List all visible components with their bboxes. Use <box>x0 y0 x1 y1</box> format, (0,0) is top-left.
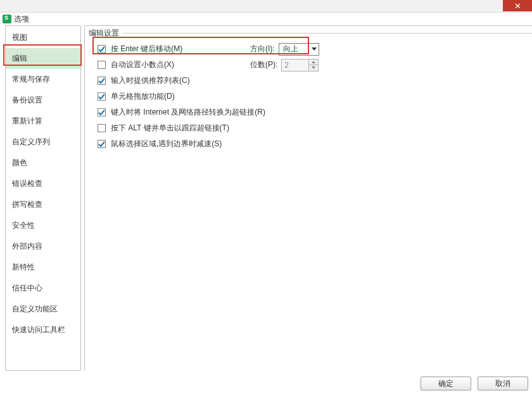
check-icon <box>98 46 105 53</box>
sidebar-item-trust-center[interactable]: 信任中心 <box>6 278 80 299</box>
label-enter-move: 按 Enter 键后移动(M) <box>111 44 212 54</box>
row-enter-move: 按 Enter 键后移动(M) 方向(I): 向上 <box>98 41 526 57</box>
check-icon <box>98 93 105 100</box>
sidebar-item-view[interactable]: 视图 <box>6 27 80 48</box>
check-icon <box>98 109 105 116</box>
sidebar-item-color[interactable]: 颜色 <box>6 153 80 173</box>
section-divider <box>123 33 532 34</box>
spinner-up-button[interactable] <box>309 59 318 66</box>
sidebar-item-external[interactable]: 外部内容 <box>6 236 80 257</box>
row-drag-drop: 单元格拖放功能(D) <box>98 89 526 104</box>
dropdown-direction[interactable]: 向上 <box>279 43 319 56</box>
checkbox-recommend-list[interactable] <box>98 77 106 85</box>
row-alt-hyperlink: 按下 ALT 键并单击以跟踪超链接(T) <box>98 120 526 136</box>
title-bar: 选项 <box>0 13 532 25</box>
sidebar-item-error-check[interactable]: 错误检查 <box>6 173 80 194</box>
window-title: 选项 <box>14 14 29 25</box>
label-mouse-sel-slow: 鼠标选择区域,遇到边界时减速(S) <box>111 139 222 149</box>
label-internet-link: 键入时将 Internet 及网络路径转换为超链接(R) <box>111 107 265 118</box>
chevron-up-icon <box>312 61 315 63</box>
row-mouse-sel-slow: 鼠标选择区域,遇到边界时减速(S) <box>98 136 526 152</box>
check-icon <box>98 140 105 147</box>
category-sidebar: 视图 编辑 常规与保存 备份设置 重新计算 自定义序列 颜色 错误检查 拼写检查… <box>5 25 81 371</box>
label-alt-hyperlink: 按下 ALT 键并单击以跟踪超链接(T) <box>111 123 229 134</box>
chevron-down-icon <box>312 47 317 51</box>
sidebar-item-custom-ribbon[interactable]: 自定义功能区 <box>6 299 80 320</box>
app-icon <box>3 15 11 23</box>
sidebar-item-custom-seq[interactable]: 自定义序列 <box>6 132 80 153</box>
label-recommend-list: 输入时提供推荐列表(C) <box>111 75 190 86</box>
label-auto-decimal: 自动设置小数点(X) <box>111 59 212 70</box>
section-title: 编辑设置 <box>89 28 119 39</box>
spinner-down-button[interactable] <box>309 65 318 71</box>
check-icon <box>98 77 105 84</box>
checkbox-enter-move[interactable] <box>98 45 106 53</box>
sidebar-item-edit[interactable]: 编辑 <box>6 48 80 69</box>
cancel-button[interactable]: 取消 <box>478 377 528 390</box>
checkbox-internet-link[interactable] <box>98 108 106 116</box>
sidebar-item-recalc[interactable]: 重新计算 <box>6 111 80 132</box>
checkbox-alt-hyperlink[interactable] <box>98 124 106 132</box>
dropdown-direction-value: 向上 <box>283 44 298 54</box>
close-button[interactable]: ✕ <box>503 0 532 11</box>
form-area: 按 Enter 键后移动(M) 方向(I): 向上 自动设置小数点(X) 位数(… <box>98 41 526 152</box>
sidebar-item-new-features[interactable]: 新特性 <box>6 257 80 278</box>
row-recommend-list: 输入时提供推荐列表(C) <box>98 73 526 89</box>
checkbox-mouse-sel-slow[interactable] <box>98 140 106 148</box>
sidebar-item-spell-check[interactable]: 拼写检查 <box>6 194 80 215</box>
spinner-places[interactable]: 2 <box>281 59 319 72</box>
section-header: 编辑设置 <box>89 28 532 39</box>
ok-button[interactable]: 确定 <box>421 377 471 390</box>
row-internet-link: 键入时将 Internet 及网络路径转换为超链接(R) <box>98 104 526 120</box>
footer-buttons: 确定 取消 <box>421 377 528 390</box>
top-strip: ✕ <box>0 0 532 13</box>
checkbox-auto-decimal[interactable] <box>98 61 106 69</box>
sidebar-item-general-save[interactable]: 常规与保存 <box>6 69 80 90</box>
sidebar-item-backup[interactable]: 备份设置 <box>6 90 80 111</box>
sidebar-item-security[interactable]: 安全性 <box>6 215 80 236</box>
content-panel: 编辑设置 按 Enter 键后移动(M) 方向(I): 向上 <box>84 25 532 371</box>
chevron-down-icon <box>312 66 315 69</box>
row-auto-decimal: 自动设置小数点(X) 位数(P): 2 <box>98 57 526 73</box>
label-places: 位数(P): <box>250 59 277 70</box>
checkbox-drag-drop[interactable] <box>98 92 106 101</box>
sidebar-item-quick-access[interactable]: 快速访问工具栏 <box>6 320 80 340</box>
spinner-places-value: 2 <box>281 59 309 72</box>
label-drag-drop: 单元格拖放功能(D) <box>111 91 175 102</box>
label-direction: 方向(I): <box>250 44 275 54</box>
